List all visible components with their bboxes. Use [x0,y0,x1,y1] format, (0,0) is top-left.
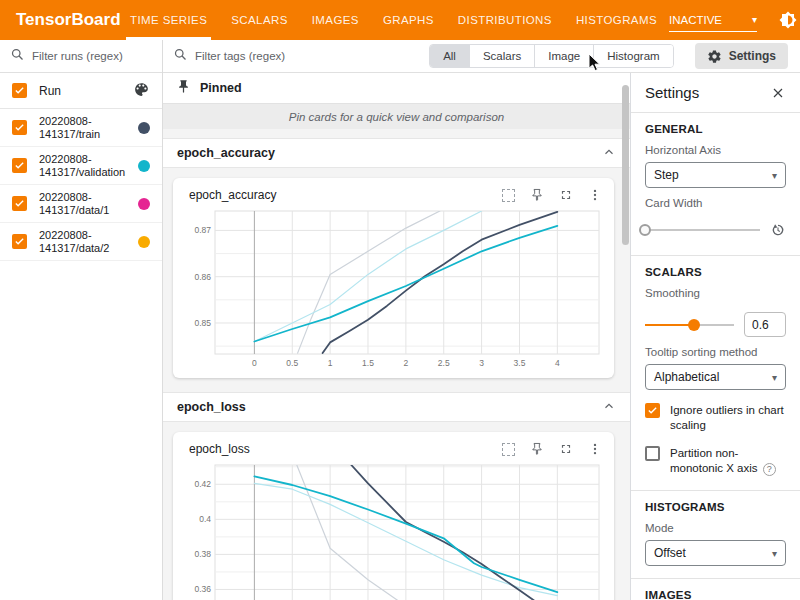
main-nav: TIME SERIES SCALARS IMAGES GRAPHS DISTRI… [118,0,669,40]
filter-runs-input[interactable] [32,50,152,62]
fit-to-data-icon[interactable] [502,443,515,456]
run-color-dot[interactable] [138,236,150,248]
svg-text:1: 1 [328,358,333,368]
vertical-scrollbar[interactable] [622,85,629,245]
fullscreen-icon[interactable] [559,188,573,202]
tab-time-series[interactable]: TIME SERIES [118,0,219,40]
help-icon[interactable]: ? [763,463,776,476]
pin-card-icon[interactable] [530,442,544,456]
run-color-dot[interactable] [138,198,150,210]
run-row: 20220808-141317/data/1 [0,185,162,223]
filter-tags-input[interactable] [195,50,422,62]
tab-histograms[interactable]: HISTOGRAMS [564,0,669,40]
horizontal-axis-select[interactable]: Step▾ [645,162,786,188]
tag-filter-histogram[interactable]: Histogram [593,45,672,67]
settings-panel-title: Settings [645,84,699,101]
run-row: 20220808-141317/validation [0,147,162,185]
mode-select[interactable]: Offset▾ [645,540,786,566]
chevron-down-icon: ▾ [772,548,777,559]
run-checkbox[interactable] [12,234,27,249]
settings-section-heading: IMAGES [645,589,786,600]
svg-text:0.85: 0.85 [194,318,211,328]
run-label: 20220808-141317/data/1 [39,191,132,217]
cards-scroll-area[interactable]: Pinned Pin cards for a quick view and co… [163,73,630,600]
epoch-loss-chart[interactable]: 0.360.380.40.4200.511.522.533.54 [181,461,605,600]
ignore-outliers-in-chart-scaling-checkbox[interactable] [645,403,660,418]
chevron-down-icon: ▾ [772,372,777,383]
fullscreen-icon[interactable] [559,442,573,456]
settings-section-scalars: SCALARSSmoothingTooltip sorting methodAl… [631,256,800,491]
runs-list: 20220808-141317/train20220808-141317/val… [0,109,162,261]
horizontal-axis-label: Horizontal Axis [645,144,786,156]
chevron-up-icon[interactable] [602,399,616,416]
card-width-label: Card Width [645,197,786,209]
smoothing-label: Smoothing [645,287,786,299]
fit-to-data-icon[interactable] [502,189,515,202]
palette-icon[interactable] [133,81,150,101]
more-options-icon[interactable] [588,442,602,456]
svg-text:1.5: 1.5 [362,358,374,368]
partition-non-monotonic-x-axis-checkbox-label: Partition non-monotonic X axis ? [670,446,786,476]
gear-icon [707,49,722,64]
pinned-section-header: Pinned [163,73,630,103]
svg-text:0.42: 0.42 [194,479,211,489]
card-width-slider[interactable] [645,229,760,231]
section-header-epoch-loss[interactable]: epoch_loss [163,392,630,422]
tooltip-sorting-method-select[interactable]: Alphabetical▾ [645,364,786,390]
run-row: 20220808-141317/data/2 [0,223,162,261]
tab-distributions[interactable]: DISTRIBUTIONS [446,0,564,40]
reset-card-width-icon[interactable] [770,222,786,238]
tab-scalars[interactable]: SCALARS [219,0,300,40]
run-color-dot[interactable] [138,122,150,134]
run-checkbox[interactable] [12,158,27,173]
svg-text:0.36: 0.36 [194,584,211,594]
tag-type-filter-group: AllScalarsImageHistogram [429,44,674,68]
tab-images[interactable]: IMAGES [300,0,371,40]
svg-text:3.5: 3.5 [514,358,526,368]
svg-text:0.87: 0.87 [194,225,211,235]
more-options-icon[interactable] [588,188,602,202]
epoch-accuracy-chart[interactable]: 0.850.860.8700.511.522.533.54 [181,207,605,371]
run-checkbox[interactable] [12,120,27,135]
chart-card-epoch-accuracy: epoch_accuracy 0.850.860.8700.511.522.53… [173,178,614,378]
filter-runs-row [0,40,162,73]
settings-button[interactable]: Settings [695,43,788,69]
tooltip-sorting-method-label: Tooltip sorting method [645,346,786,358]
chart-card-title: epoch_loss [189,442,250,456]
partition-non-monotonic-x-axis-checkbox[interactable] [645,446,660,461]
run-row: 20220808-141317/train [0,109,162,147]
runs-column-label: Run [39,84,133,98]
smoothing-slider[interactable] [645,324,734,326]
chevron-up-icon[interactable] [602,145,616,162]
svg-text:0.5: 0.5 [286,358,298,368]
svg-text:2.5: 2.5 [438,358,450,368]
header-right: INACTIVE ▾ ? [669,0,800,40]
tab-graphs[interactable]: GRAPHS [371,0,446,40]
chart-card-epoch-loss: epoch_loss 0.360.380.40.4200.511.522.533… [173,432,614,600]
run-label: 20220808-141317/data/2 [39,229,132,255]
ignore-outliers-in-chart-scaling-checkbox-label: Ignore outliers in chart scaling [670,403,786,433]
run-color-dot[interactable] [138,160,150,172]
tag-filter-scalars[interactable]: Scalars [469,45,534,67]
chart-card-title: epoch_accuracy [189,188,276,202]
select-all-runs-checkbox[interactable] [12,83,27,98]
svg-text:0.4: 0.4 [199,514,211,524]
svg-text:3: 3 [479,358,484,368]
pinned-empty-hint: Pin cards for a quick view and compariso… [163,103,630,129]
settings-sections: GENERALHorizontal AxisStep▾Card WidthSCA… [631,113,800,600]
section-title: epoch_accuracy [177,146,275,160]
tag-filter-image[interactable]: Image [534,45,593,67]
reload-status-dropdown[interactable]: INACTIVE ▾ [669,8,757,32]
dark-mode-icon[interactable] [773,5,800,35]
app-logo: TensorBoard [0,0,118,40]
run-checkbox[interactable] [12,196,27,211]
chevron-down-icon: ▾ [752,14,757,25]
section-header-epoch-accuracy[interactable]: epoch_accuracy [163,138,630,168]
pin-card-icon[interactable] [530,188,544,202]
tensorboard-app: TensorBoard TIME SERIES SCALARS IMAGES G… [0,0,800,600]
settings-button-label: Settings [729,49,776,63]
tag-filter-all[interactable]: All [430,45,469,67]
close-icon[interactable] [770,85,786,101]
svg-text:0.38: 0.38 [194,549,211,559]
smoothing-value-input[interactable] [744,312,786,337]
